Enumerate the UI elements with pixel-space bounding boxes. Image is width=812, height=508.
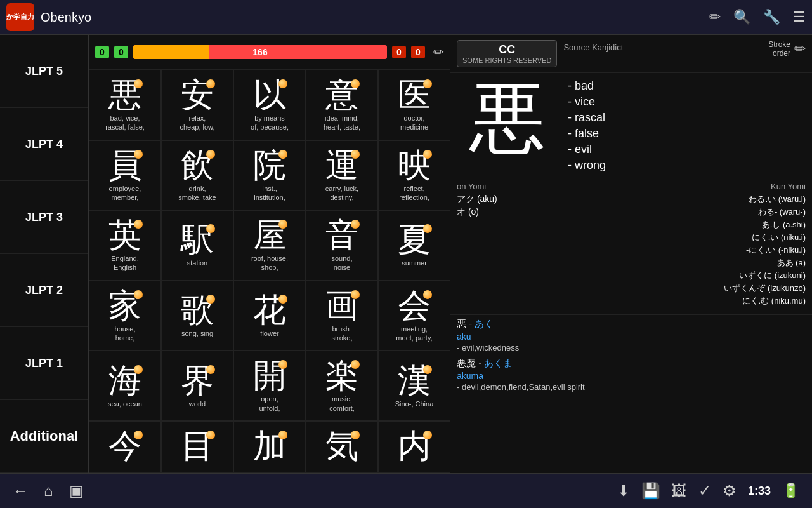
- kanji-character: 家: [108, 289, 141, 322]
- progress-bar-fill: [133, 45, 209, 59]
- sidebar-item-jlpt5[interactable]: JLPT 5: [0, 35, 88, 108]
- kanji-cell[interactable]: 悪 bad, vice,rascal, false,: [89, 70, 161, 140]
- orange-dot: [206, 431, 215, 439]
- kanji-character: 海: [108, 364, 141, 397]
- kanji-character: 楽: [325, 359, 358, 392]
- pencil-icon[interactable]: ✏: [709, 9, 721, 25]
- sidebar-item-jlpt3[interactable]: JLPT 3: [0, 181, 88, 254]
- meaning-item: - rascal: [568, 111, 606, 124]
- readings-section: on Yomi アク (aku)オ (o) Kun Yomi わる.い (war…: [450, 178, 812, 314]
- wrench-icon[interactable]: 🔧: [763, 9, 780, 25]
- orange-dot: [423, 150, 432, 159]
- kanji-character: 会: [398, 289, 431, 322]
- kanji-cell[interactable]: 飲 drink,smoke, take: [161, 140, 233, 211]
- orange-dot: [206, 365, 215, 374]
- stroke-order-label: Stroke order: [768, 40, 790, 58]
- kanji-cell[interactable]: 院 Inst.,institution,: [233, 140, 306, 211]
- orange-dot: [423, 79, 432, 88]
- meaning-item: - bad: [568, 79, 606, 93]
- orange-dot: [351, 290, 360, 299]
- kanji-cell[interactable]: 海 sea, ocean: [89, 351, 161, 421]
- kanji-cell[interactable]: 気: [306, 421, 378, 473]
- notification-icon[interactable]: ⬇: [617, 482, 630, 500]
- kanji-cell[interactable]: 以 by meansof, because,: [233, 70, 306, 140]
- edit-icon[interactable]: ✏: [433, 44, 444, 60]
- orange-dot: [423, 365, 432, 374]
- orange-dot: [134, 79, 143, 88]
- kanji-cell[interactable]: 意 idea, mind,heart, taste,: [306, 70, 378, 140]
- back-button[interactable]: ←: [13, 482, 28, 500]
- kanji-meaning-text: station: [187, 258, 207, 267]
- kanji-cell[interactable]: 医 doctor,medicine: [378, 70, 450, 140]
- kanji-cell[interactable]: 映 reflect,reflection,: [378, 140, 450, 211]
- meaning-item: - wrong: [568, 159, 606, 172]
- vocab-meaning: - devil,demon,fiend,Satan,evil spirit: [457, 382, 806, 392]
- kanji-cell[interactable]: 加: [233, 421, 306, 473]
- stroke-order-section[interactable]: Stroke order ✏: [768, 40, 806, 58]
- sidebar-item-jlpt2[interactable]: JLPT 2: [0, 254, 88, 327]
- kanji-cell[interactable]: 今: [89, 421, 161, 473]
- kanji-cell[interactable]: 運 carry, luck,destiny,: [306, 140, 378, 211]
- sidebar-item-jlpt1[interactable]: JLPT 1: [0, 327, 88, 400]
- orange-dot: [351, 360, 360, 369]
- orange-dot: [278, 79, 287, 88]
- on-yomi-value: アク (aku): [457, 194, 569, 205]
- meaning-item: - evil: [568, 143, 606, 156]
- kanji-meaning-text: idea, mind,heart, taste,: [324, 114, 360, 132]
- kanji-cell[interactable]: 歌 song, sing: [161, 281, 233, 351]
- vocab-reading-kana: あくま: [484, 358, 513, 368]
- on-yomi-values: アク (aku)オ (o): [457, 194, 569, 218]
- cc-subtitle: SOME RIGHTS RESERVED: [462, 57, 551, 64]
- score-green-left: 0: [95, 46, 109, 58]
- kanji-cell[interactable]: 家 house,home,: [89, 281, 161, 351]
- right-top-bar: CC SOME RIGHTS RESERVED Source Kanjidict…: [450, 35, 812, 73]
- kanji-cell[interactable]: 会 meeting,meet, party,: [378, 281, 450, 351]
- kanji-cell[interactable]: 音 sound,noise: [306, 210, 378, 281]
- kanji-cell[interactable]: 花 flower: [233, 281, 306, 351]
- kanji-cell[interactable]: 開 open,unfold,: [233, 351, 306, 421]
- kanji-character: 以: [253, 78, 286, 111]
- vocab-reading-roman: akuma: [457, 371, 806, 381]
- kanji-character: 気: [325, 429, 358, 462]
- vocab-dash: -: [469, 318, 475, 329]
- main-content: JLPT 5 JLPT 4 JLPT 3 JLPT 2 JLPT 1 Addit…: [0, 35, 812, 473]
- home-button[interactable]: ⌂: [44, 482, 53, 500]
- kanji-character: 加: [253, 429, 286, 462]
- kanji-meaning-text: Sino-, China: [395, 399, 434, 408]
- kanji-cell[interactable]: 安 relax,cheap, low,: [161, 70, 233, 140]
- kanji-cell[interactable]: 画 brush-stroke,: [306, 281, 378, 351]
- selected-kanji-display: 悪: [457, 79, 558, 172]
- image-icon[interactable]: 🖼: [672, 482, 687, 500]
- menu-icon[interactable]: ☰: [793, 9, 806, 25]
- kanji-cell[interactable]: 員 employee,member,: [89, 140, 161, 211]
- kanji-cell[interactable]: 駅 station: [161, 210, 233, 281]
- kanji-cell[interactable]: 界 world: [161, 351, 233, 421]
- kanji-cell[interactable]: 楽 music,comfort,: [306, 351, 378, 421]
- kanji-meaning-text: flower: [260, 329, 278, 338]
- kanji-character: 内: [398, 429, 431, 462]
- bottom-right-icons: ⬇ 💾 🖼 ✓ ⚙ 1:33 🔋: [617, 482, 799, 500]
- top-icons: ✏ 🔍 🔧 ☰: [709, 9, 806, 25]
- kanji-area: 0 0 166 0 0 ✏ 悪 bad, vice,rascal, false,…: [89, 35, 450, 473]
- orange-dot: [134, 150, 143, 159]
- kanji-cell[interactable]: 英 England,English: [89, 210, 161, 281]
- kanji-cell[interactable]: 漢 Sino-, China: [378, 351, 450, 421]
- kanji-cell[interactable]: 夏 summer: [378, 210, 450, 281]
- settings-icon[interactable]: ⚙: [723, 482, 737, 500]
- recent-apps-button[interactable]: ▣: [69, 482, 84, 500]
- download-icon[interactable]: 💾: [641, 482, 660, 500]
- score-red-left: 0: [392, 46, 406, 58]
- progress-bar[interactable]: 166: [133, 45, 387, 59]
- meaning-item: - vice: [568, 95, 606, 109]
- orange-dot: [134, 365, 143, 374]
- sidebar-item-jlpt4[interactable]: JLPT 4: [0, 108, 88, 181]
- check-icon[interactable]: ✓: [698, 482, 711, 500]
- kanji-character: 駅: [181, 223, 214, 256]
- kanji-cell[interactable]: 屋 roof, house,shop,: [233, 210, 306, 281]
- kun-yomi-value: ああ (ā): [582, 257, 806, 269]
- kanji-cell[interactable]: 内: [378, 421, 450, 473]
- sidebar-item-additional[interactable]: Additional: [0, 400, 88, 473]
- orange-dot: [134, 220, 143, 229]
- kanji-cell[interactable]: 目: [161, 421, 233, 473]
- search-icon[interactable]: 🔍: [733, 9, 750, 25]
